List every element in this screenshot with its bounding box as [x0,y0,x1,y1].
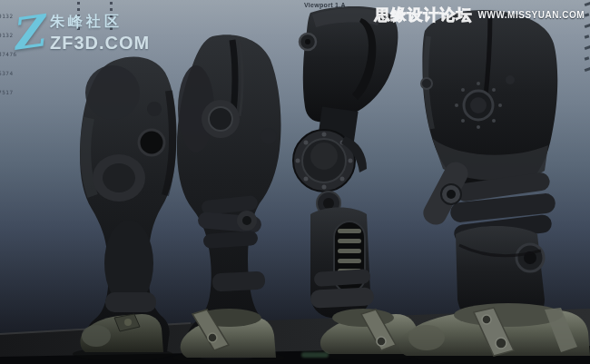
right-edge-ticks [585,3,590,79]
model-leg-side-view[interactable] [80,56,177,352]
leg4-strap-rivet [482,315,491,324]
leg3-thigh-bolt-core [305,39,310,44]
leg2-shin-knob-core [242,216,251,225]
leg2-side-knob [261,128,277,144]
leg1-knee-core [103,163,135,192]
viewport-label: Viewport 1.A [304,2,346,8]
leg3-ankle-band [310,287,375,309]
model-leg-front-view[interactable] [293,6,419,354]
leg1-port [139,130,164,155]
missyuan-title: 思缘设计论坛 [375,5,473,25]
leg1-bolt [147,102,162,116]
missyuan-site: WWW.MISSYUAN.COM [478,10,585,20]
leg4-small-bolt [506,75,515,84]
leg3-strap-rivet [377,337,386,346]
leg3-lower-disc-core [323,198,334,209]
leg4-side-bolt [421,78,432,89]
viewport-canvas[interactable]: 09132 09132 187476 96374 87517 Viewport … [0,0,590,364]
model-leg-quarter-view[interactable] [398,10,590,356]
leg2-ankle-band [212,271,266,291]
leg3-knee-dome [310,143,338,170]
leg4-round-plate-core [470,97,487,113]
model-leg-back-view[interactable] [177,34,281,359]
leg1-toe-cap [82,325,111,347]
leg1-ankle-cuff [105,292,156,312]
leg4-strap-rivet [496,338,506,349]
scene-render[interactable] [0,0,590,364]
leg4-boot-cuff [454,303,563,327]
zf3d-watermark: Z 朱峰社区 ZF3D.COM [11,13,150,54]
hud-line: 96374 [0,70,17,76]
leg4-toe-cap [408,325,445,350]
leg2-disc-inner [209,107,232,131]
missyuan-watermark: 思缘设计论坛 WWW.MISSYUAN.COM [375,5,585,25]
zf3d-logo-icon: Z [8,11,45,54]
signature-smudge [301,352,329,358]
zf3d-title: 朱峰社区 [50,13,150,32]
leg2-strap-rivet [208,333,217,342]
leg4-brace-joint-core [447,190,456,199]
hud-line: 87517 [0,89,17,95]
leg1-hip-plate [85,65,140,120]
zf3d-site: ZF3D.COM [50,33,150,54]
leg1-strap-buckle [124,319,132,326]
